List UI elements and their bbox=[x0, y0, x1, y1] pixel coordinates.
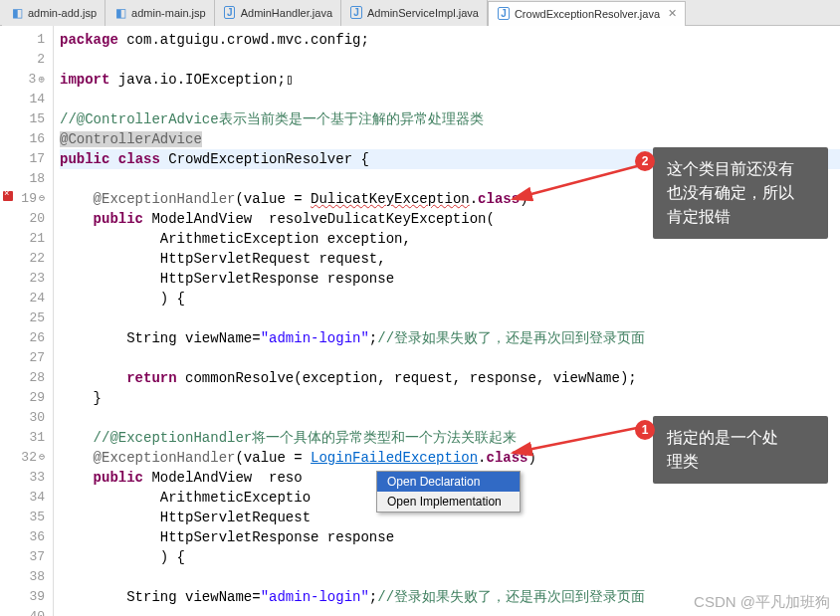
callout-badge-1: 1 bbox=[635, 420, 655, 440]
code-editor: 1 2 3⊕ 14 15 16 17 18 19⊖ 20 21 22 23 24… bbox=[0, 26, 840, 616]
error-class-reference[interactable]: DulicatKeyException bbox=[311, 191, 470, 207]
watermark-text: CSDN @平凡加班狗 bbox=[694, 593, 830, 612]
tab-label: AdminServiceImpl.java bbox=[367, 7, 479, 19]
line-number-gutter: 1 2 3⊕ 14 15 16 17 18 19⊖ 20 21 22 23 24… bbox=[16, 26, 54, 616]
callout-badge-2: 2 bbox=[635, 151, 655, 171]
tab-label: admin-main.jsp bbox=[131, 7, 206, 19]
callout-2: 2 这个类目前还没有 也没有确定，所以 肯定报错 bbox=[653, 147, 828, 239]
callout-text: 指定的是一个处 理类 bbox=[667, 429, 778, 470]
error-marker-icon[interactable] bbox=[3, 191, 13, 201]
tab-label: CrowdExceptionResolver.java bbox=[515, 8, 660, 20]
jsp-icon bbox=[113, 6, 127, 20]
callout-1: 1 指定的是一个处 理类 bbox=[653, 416, 828, 484]
context-menu: Open Declaration Open Implementation bbox=[376, 471, 521, 513]
tab-admin-handler[interactable]: AdminHandler.java bbox=[215, 0, 341, 26]
java-icon bbox=[497, 7, 511, 21]
tab-admin-main[interactable]: admin-main.jsp bbox=[105, 0, 215, 26]
code-content[interactable]: package com.atguigu.crowd.mvc.config; im… bbox=[54, 26, 840, 616]
tab-label: admin-add.jsp bbox=[28, 7, 97, 19]
tab-crowd-exception-resolver[interactable]: CrowdExceptionResolver.java ✕ bbox=[488, 1, 686, 27]
close-icon[interactable]: ✕ bbox=[668, 7, 677, 20]
tab-admin-service-impl[interactable]: AdminServiceImpl.java bbox=[341, 0, 488, 26]
editor-tab-bar: admin-add.jsp admin-main.jsp AdminHandle… bbox=[0, 0, 840, 26]
tab-admin-add[interactable]: admin-add.jsp bbox=[2, 0, 105, 26]
tab-label: AdminHandler.java bbox=[241, 7, 332, 19]
annotation-controller-advice: @ControllerAdvice bbox=[60, 131, 202, 147]
error-marker-column bbox=[0, 26, 16, 616]
java-icon bbox=[349, 6, 363, 20]
hyperlink-class-reference[interactable]: LoginFailedException bbox=[311, 450, 478, 466]
menu-item-open-implementation[interactable]: Open Implementation bbox=[377, 492, 520, 512]
menu-item-open-declaration[interactable]: Open Declaration bbox=[377, 472, 520, 492]
java-icon bbox=[223, 6, 237, 20]
jsp-icon bbox=[10, 6, 24, 20]
callout-text: 这个类目前还没有 也没有确定，所以 肯定报错 bbox=[667, 160, 794, 225]
